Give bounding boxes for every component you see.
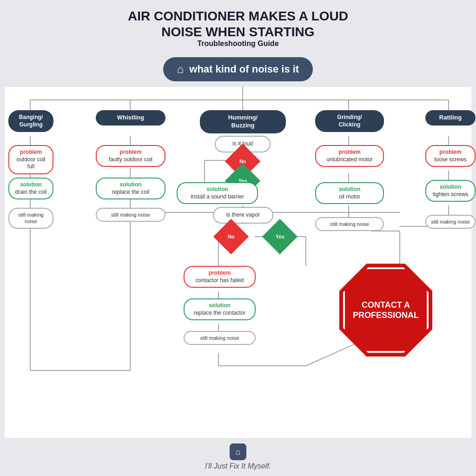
page-subtitle: Troubleshooting Guide — [9, 40, 467, 48]
category-rattling: Rattling — [425, 110, 476, 126]
category-grinding: Grinding/Clicking — [315, 110, 384, 132]
stop-sign-label: CONTACT A PROFESSIONAL — [345, 300, 427, 321]
page-header: AIR CONDITIONER MAKES A LOUD NOISE WHEN … — [0, 0, 476, 52]
flowchart-area: Banging/Gurgling problem outdoor coil fu… — [5, 87, 471, 438]
banging-problem: problem outdoor coil full — [8, 145, 53, 174]
category-humming: Humming/Buzzing — [200, 110, 286, 133]
banging-solution: solution drain the coil — [8, 178, 53, 199]
start-node-label: what kind of noise is it — [189, 63, 299, 75]
humming-still: still making noise — [184, 331, 256, 345]
page-title-line1: AIR CONDITIONER MAKES A LOUD — [9, 8, 467, 24]
whistling-still: still making noise — [96, 208, 165, 222]
whistling-solution: solution replace the coil — [96, 178, 165, 199]
diamond-no-vapor: No — [213, 219, 249, 254]
humming-solution-contactor: solution replace the contactor — [184, 298, 256, 320]
footer-text: I'll Just Fix It Myself. — [205, 462, 271, 470]
grinding-solution: solution oil motor — [315, 182, 384, 204]
grinding-problem: problem unlubricated motor — [315, 145, 384, 167]
footer: ⌂ I'll Just Fix It Myself. — [0, 438, 476, 476]
rattling-still: still making noise — [425, 215, 476, 229]
grinding-still: still making noise — [315, 217, 384, 231]
stop-sign: CONTACT A PROFESSIONAL — [339, 264, 432, 357]
category-whistling: Whistling — [96, 110, 165, 126]
humming-is-vapor: is there vapor — [213, 207, 273, 224]
footer-icon: ⌂ — [230, 443, 246, 460]
humming-problem-contactor: problem contactor has failed — [184, 266, 256, 288]
start-node: ⌂ what kind of noise is it — [163, 57, 313, 81]
banging-still: still making noise — [8, 208, 53, 229]
page-title-line2: NOISE WHEN STARTING — [9, 24, 467, 40]
rattling-solution: solution tighten screws — [425, 180, 476, 202]
whistling-problem: problem faulty outdoor coil — [96, 145, 165, 167]
rattling-problem: problem loose screws — [425, 145, 476, 167]
category-banging: Banging/Gurgling — [8, 110, 53, 132]
home-icon: ⌂ — [177, 63, 184, 76]
diamond-yes-vapor: Yes — [262, 219, 298, 254]
humming-solution-sound-barrier: solution install a sound barrier — [177, 182, 258, 204]
